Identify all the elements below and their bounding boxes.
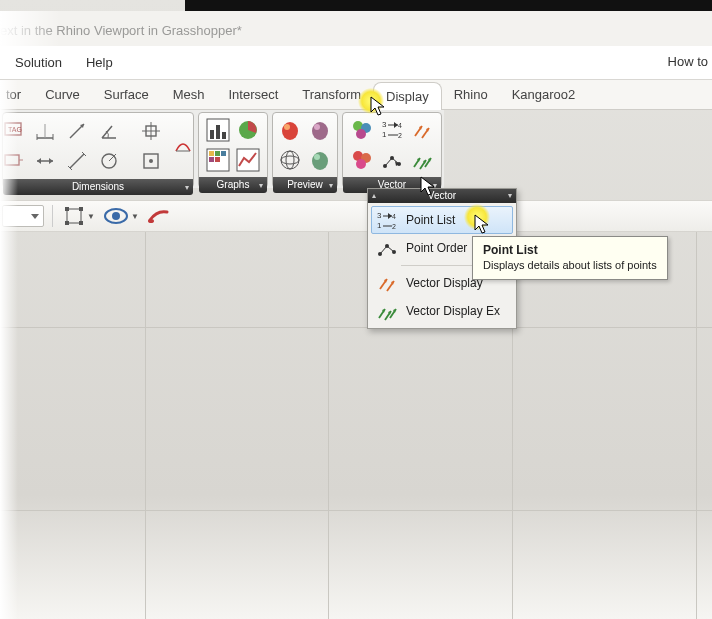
svg-text:1: 1 bbox=[377, 221, 382, 230]
eye-icon bbox=[103, 207, 129, 225]
dark-header-strip bbox=[185, 0, 712, 11]
svg-rect-25 bbox=[210, 130, 214, 139]
preview-shade-icon[interactable] bbox=[306, 116, 334, 144]
svg-rect-73 bbox=[65, 207, 69, 211]
svg-marker-10 bbox=[49, 158, 53, 164]
svg-rect-29 bbox=[209, 151, 214, 156]
graph-pie-icon[interactable] bbox=[234, 116, 262, 144]
canvas[interactable] bbox=[0, 232, 712, 619]
preview-wire-icon[interactable] bbox=[276, 146, 304, 174]
svg-text:3: 3 bbox=[382, 120, 387, 129]
tab-intersect[interactable]: Intersect bbox=[216, 81, 290, 108]
vector-display-icon bbox=[376, 272, 398, 294]
svg-text:1: 1 bbox=[382, 130, 387, 139]
svg-text:4: 4 bbox=[392, 213, 396, 220]
svg-point-50 bbox=[356, 159, 366, 169]
dropdown-item-label: Vector Display Ex bbox=[406, 304, 500, 318]
window-title-bar: ext in the Rhino Viewport in Grasshopper… bbox=[0, 11, 712, 46]
canvas-toolbar: ▼ ▼ bbox=[0, 200, 712, 232]
vector-blobs-red-icon[interactable] bbox=[348, 146, 376, 174]
svg-point-44 bbox=[314, 154, 320, 160]
tooltip: Point List Displays details about lists … bbox=[472, 236, 668, 280]
dim-aligned-icon[interactable] bbox=[63, 147, 91, 175]
dim-arc-icon[interactable] bbox=[169, 132, 197, 160]
menu-bar: Solution Help How to bbox=[0, 46, 712, 80]
brush-icon bbox=[147, 206, 171, 226]
panel-preview-label[interactable]: Preview bbox=[273, 177, 337, 193]
vector-display-ex-icon[interactable] bbox=[408, 146, 436, 174]
svg-text:2: 2 bbox=[398, 132, 402, 139]
svg-rect-31 bbox=[221, 151, 226, 156]
dim-linear2-icon[interactable] bbox=[31, 147, 59, 175]
dropdown-item-label: Point List bbox=[406, 213, 455, 227]
panel-graphs-label[interactable]: Graphs bbox=[199, 177, 267, 193]
point-order-icon[interactable] bbox=[378, 146, 406, 174]
svg-rect-76 bbox=[79, 221, 83, 225]
panel-preview: Preview bbox=[272, 112, 338, 188]
tooltip-body: Displays details about lists of points bbox=[483, 259, 657, 271]
point-order-icon bbox=[376, 237, 398, 259]
graph-grid-icon[interactable] bbox=[204, 146, 232, 174]
graph-line-icon[interactable] bbox=[234, 146, 262, 174]
named-views-button[interactable]: ▼ bbox=[61, 204, 97, 228]
dropdown-item-vector-display-ex[interactable]: Vector Display Ex bbox=[371, 297, 513, 325]
preview-shade2-icon[interactable] bbox=[306, 146, 334, 174]
svg-point-47 bbox=[356, 129, 366, 139]
dim-diag-icon[interactable] bbox=[63, 117, 91, 145]
visibility-button[interactable]: ▼ bbox=[101, 204, 141, 228]
menu-solution[interactable]: Solution bbox=[15, 55, 62, 70]
panel-vector: 3142 Vector bbox=[342, 112, 442, 188]
dim-linear-icon[interactable] bbox=[31, 117, 59, 145]
ribbon: TAG Dimensions bbox=[0, 110, 444, 188]
vector-display-icon[interactable] bbox=[408, 116, 436, 144]
preview-egg-icon[interactable] bbox=[276, 116, 304, 144]
dim-angle-icon[interactable] bbox=[95, 117, 123, 145]
dropdown-item-point-list[interactable]: 3142 Point List bbox=[371, 206, 513, 234]
tab-transform[interactable]: Transform bbox=[290, 81, 373, 108]
vector-blobs-icon[interactable] bbox=[348, 116, 376, 144]
svg-point-79 bbox=[148, 219, 154, 223]
tab-surface[interactable]: Surface bbox=[92, 81, 161, 108]
tab-curve[interactable]: Curve bbox=[33, 81, 92, 108]
svg-rect-74 bbox=[79, 207, 83, 211]
left-fade-overlay bbox=[0, 80, 18, 619]
svg-rect-75 bbox=[65, 221, 69, 225]
separator bbox=[52, 205, 53, 227]
svg-point-78 bbox=[112, 212, 120, 220]
tab-mesh[interactable]: Mesh bbox=[161, 81, 217, 108]
dim-crosshair-icon[interactable] bbox=[137, 117, 165, 145]
svg-rect-32 bbox=[209, 157, 214, 162]
tab-display[interactable]: Display bbox=[373, 82, 442, 110]
menu-help[interactable]: Help bbox=[86, 55, 113, 70]
graph-bar-icon[interactable] bbox=[204, 116, 232, 144]
tab-rhino[interactable]: Rhino bbox=[442, 81, 500, 108]
menu-howto[interactable]: How to bbox=[668, 54, 708, 69]
svg-rect-27 bbox=[222, 132, 226, 139]
dropdown-item-label: Point Order bbox=[406, 241, 467, 255]
dim-marker-icon[interactable] bbox=[137, 147, 165, 175]
tooltip-title: Point List bbox=[483, 243, 657, 257]
chevron-down-icon: ▼ bbox=[131, 212, 139, 221]
svg-point-42 bbox=[314, 124, 320, 130]
dim-radius-icon[interactable] bbox=[95, 147, 123, 175]
svg-point-38 bbox=[281, 151, 299, 169]
panel-dimensions-label[interactable]: Dimensions bbox=[3, 179, 193, 195]
chevron-down-icon: ▼ bbox=[87, 212, 95, 221]
grid-handles-icon bbox=[63, 205, 85, 227]
svg-point-22 bbox=[149, 159, 153, 163]
dropdown-header[interactable]: Vector bbox=[368, 189, 516, 203]
svg-text:2: 2 bbox=[392, 223, 396, 230]
vector-display-ex-icon bbox=[376, 300, 398, 322]
panel-dimensions: TAG Dimensions bbox=[2, 112, 194, 188]
svg-line-13 bbox=[70, 154, 84, 168]
tab-kangaroo2[interactable]: Kangaroo2 bbox=[500, 81, 588, 108]
svg-point-37 bbox=[284, 124, 290, 130]
sketch-button[interactable] bbox=[145, 204, 173, 228]
svg-text:4: 4 bbox=[398, 122, 402, 129]
svg-marker-9 bbox=[37, 158, 41, 164]
fade-overlay bbox=[0, 11, 60, 46]
svg-rect-72 bbox=[67, 209, 81, 223]
point-list-icon[interactable]: 3142 bbox=[378, 116, 406, 144]
svg-point-41 bbox=[312, 122, 328, 140]
svg-rect-26 bbox=[216, 125, 220, 139]
